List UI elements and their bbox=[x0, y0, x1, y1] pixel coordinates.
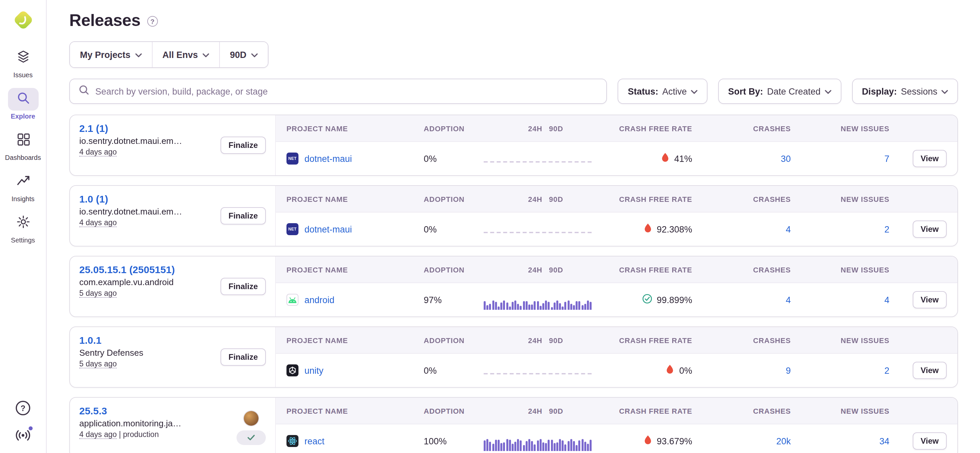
notification-dot bbox=[28, 426, 33, 431]
adoption-sparkline-empty bbox=[484, 161, 592, 162]
finalized-check-badge bbox=[237, 430, 266, 445]
sort-by-button[interactable]: Sort By: Date Created bbox=[718, 79, 842, 104]
crashes-header: CRASHES bbox=[692, 124, 791, 132]
dotnet-icon: NET bbox=[286, 153, 299, 165]
explore-icon bbox=[16, 91, 30, 108]
release-version-link[interactable]: 2.1 (1) bbox=[79, 122, 215, 134]
adoption-header: ADOPTION bbox=[424, 265, 484, 273]
finalize-button[interactable]: Finalize bbox=[221, 278, 266, 295]
release-actions: Finalize bbox=[221, 334, 266, 380]
dotnet-icon: NET bbox=[286, 223, 299, 235]
release-table-header: PROJECT NAME ADOPTION 24H 90D CRASH FREE… bbox=[276, 398, 957, 424]
release-version-link[interactable]: 25.05.15.1 (2505151) bbox=[79, 264, 215, 275]
chart-24h-label: 24H bbox=[528, 407, 542, 415]
view-button[interactable]: View bbox=[913, 291, 947, 308]
sidebar-item-settings[interactable]: Settings bbox=[2, 212, 44, 244]
new-issues-count-link[interactable]: 7 bbox=[885, 154, 889, 164]
new-issues-header: NEW ISSUES bbox=[791, 407, 889, 415]
status-filter-button[interactable]: Status: Active bbox=[618, 79, 708, 104]
new-issues-count-link[interactable]: 2 bbox=[885, 366, 889, 375]
project-link[interactable]: android bbox=[304, 295, 334, 305]
sidebar-item-explore[interactable]: Explore bbox=[2, 88, 44, 120]
sidebar-item-dashboards[interactable]: Dashboards bbox=[2, 129, 44, 161]
new-issues-header: NEW ISSUES bbox=[791, 265, 889, 273]
view-button[interactable]: View bbox=[913, 150, 947, 167]
projects-filter-button[interactable]: My Projects bbox=[70, 42, 153, 67]
release-card: 1.0 (1) io.sentry.dotnet.maui.em… 4 days… bbox=[69, 185, 958, 246]
adoption-sparkline-empty bbox=[484, 232, 592, 233]
release-table: PROJECT NAME ADOPTION 24H 90D CRASH FREE… bbox=[275, 186, 957, 246]
page-title: Releases bbox=[69, 10, 141, 30]
finalize-button[interactable]: Finalize bbox=[221, 137, 266, 154]
chart-range-header: 24H 90D bbox=[484, 336, 608, 344]
project-link[interactable]: unity bbox=[304, 366, 323, 375]
adoption-header: ADOPTION bbox=[424, 407, 484, 415]
adoption-chart-cell bbox=[484, 158, 608, 159]
crashes-count-link[interactable]: 4 bbox=[786, 224, 791, 234]
sentry-logo[interactable] bbox=[11, 8, 35, 32]
crash-free-rate-header: CRASH FREE RATE bbox=[608, 336, 692, 344]
sidebar-item-insights[interactable]: Insights bbox=[2, 170, 44, 202]
finalize-button[interactable]: Finalize bbox=[221, 207, 266, 224]
sidebar-footer: ? bbox=[14, 399, 32, 443]
release-card: 25.05.15.1 (2505151) com.example.vu.andr… bbox=[69, 256, 958, 317]
crashes-count-link[interactable]: 4 bbox=[786, 295, 791, 305]
project-link[interactable]: dotnet-maui bbox=[304, 224, 352, 234]
chart-90d-label: 90D bbox=[549, 124, 563, 132]
broadcast-icon[interactable] bbox=[14, 426, 32, 443]
date-range-filter-button[interactable]: 90D bbox=[220, 42, 268, 67]
project-link[interactable]: dotnet-maui bbox=[304, 154, 352, 164]
release-table-header: PROJECT NAME ADOPTION 24H 90D CRASH FREE… bbox=[276, 186, 957, 213]
check-icon bbox=[642, 294, 652, 306]
finalize-button[interactable]: Finalize bbox=[221, 348, 266, 366]
chart-range-header: 24H 90D bbox=[484, 265, 608, 273]
projects-filter-label: My Projects bbox=[80, 49, 130, 60]
release-project-row: react 100% 93.679% 20k 34 View bbox=[276, 424, 957, 453]
adoption-chart-cell bbox=[484, 229, 608, 230]
adoption-value: 0% bbox=[424, 154, 484, 164]
release-version-link[interactable]: 1.0 (1) bbox=[79, 193, 215, 205]
adoption-sparkline-empty bbox=[484, 373, 592, 374]
environment-filter-button[interactable]: All Envs bbox=[153, 42, 220, 67]
project-name-header: PROJECT NAME bbox=[286, 407, 424, 415]
crash-free-rate-header: CRASH FREE RATE bbox=[608, 124, 692, 132]
view-button[interactable]: View bbox=[913, 221, 947, 238]
release-actions: Finalize bbox=[221, 264, 266, 309]
crashes-count-link[interactable]: 9 bbox=[786, 366, 791, 375]
crashes-header: CRASHES bbox=[692, 195, 791, 203]
flame-icon bbox=[643, 435, 652, 447]
search-input[interactable] bbox=[95, 86, 598, 96]
releases-page: Issues Explore Dashboards Insights Setti… bbox=[0, 0, 980, 453]
adoption-value: 97% bbox=[424, 295, 484, 305]
release-version-link[interactable]: 1.0.1 bbox=[79, 334, 215, 346]
crashes-count-link[interactable]: 20k bbox=[776, 436, 791, 446]
release-project-row: android 97% 99.899% 4 4 View bbox=[276, 283, 957, 316]
release-version-link[interactable]: 25.5.3 bbox=[79, 405, 231, 416]
sidebar-nav: Issues Explore Dashboards Insights Setti… bbox=[0, 47, 46, 244]
releases-help-icon[interactable]: ? bbox=[147, 16, 158, 27]
release-summary: 1.0 (1) io.sentry.dotnet.maui.em… 4 days… bbox=[70, 186, 275, 246]
sidebar-item-issues[interactable]: Issues bbox=[2, 47, 44, 79]
display-button[interactable]: Display: Sessions bbox=[852, 79, 958, 104]
new-issues-count-link[interactable]: 34 bbox=[880, 436, 889, 446]
help-icon[interactable]: ? bbox=[14, 399, 32, 416]
page-filter-bar: My Projects All Envs 90D bbox=[69, 41, 269, 68]
release-table: PROJECT NAME ADOPTION 24H 90D CRASH FREE… bbox=[275, 115, 957, 175]
new-issues-count-link[interactable]: 4 bbox=[885, 295, 889, 305]
release-project-row: NET dotnet-maui 0% 92.308% 4 2 View bbox=[276, 213, 957, 246]
crashes-count-link[interactable]: 30 bbox=[781, 154, 791, 164]
toolbar: Status: Active Sort By: Date Created Dis… bbox=[69, 79, 958, 104]
chevron-down-icon bbox=[202, 53, 209, 57]
new-issues-header: NEW ISSUES bbox=[791, 336, 889, 344]
new-issues-count-link[interactable]: 2 bbox=[885, 224, 889, 234]
chevron-down-icon bbox=[135, 53, 142, 57]
project-link[interactable]: react bbox=[304, 436, 325, 446]
svg-text:?: ? bbox=[21, 404, 25, 412]
release-card: 1.0.1 Sentry Defenses 5 days ago Finaliz… bbox=[69, 326, 958, 388]
view-button[interactable]: View bbox=[913, 362, 947, 379]
android-icon bbox=[286, 294, 299, 306]
release-actions bbox=[237, 405, 266, 450]
view-button[interactable]: View bbox=[913, 432, 947, 450]
project-name-header: PROJECT NAME bbox=[286, 265, 424, 273]
main-content: Releases ? My Projects All Envs 90D bbox=[47, 0, 980, 453]
